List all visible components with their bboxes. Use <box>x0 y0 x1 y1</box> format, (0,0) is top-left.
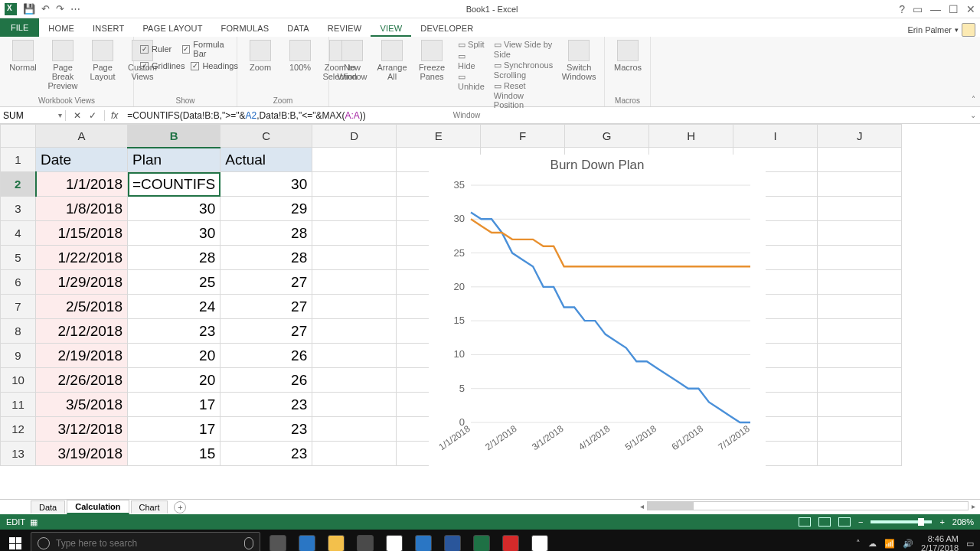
cell[interactable] <box>312 197 397 221</box>
cell[interactable] <box>818 221 902 246</box>
cell[interactable] <box>818 246 902 270</box>
cell[interactable]: 1/29/2018 <box>36 270 128 295</box>
close-icon[interactable]: ✕ <box>966 3 975 15</box>
normal-view-icon[interactable] <box>799 517 811 527</box>
cell[interactable] <box>818 270 902 295</box>
cell[interactable]: =COUNTIFS <box>128 172 220 197</box>
taskbar-app-chrome[interactable] <box>381 532 407 551</box>
redo-icon[interactable]: ↷ <box>56 3 64 15</box>
add-sheet-button[interactable]: + <box>174 501 186 514</box>
cell[interactable] <box>312 148 397 172</box>
cell[interactable]: 3/19/2018 <box>36 442 128 466</box>
tab-view[interactable]: VIEW <box>371 20 411 37</box>
row-header[interactable]: 6 <box>1 270 36 295</box>
fx-icon[interactable]: fx <box>105 110 124 121</box>
tab-home[interactable]: HOME <box>39 20 83 37</box>
zoom-100-button[interactable]: 100% <box>283 40 317 72</box>
sheet-tab-chart[interactable]: Chart <box>131 500 168 514</box>
worksheet-area[interactable]: A B C D E F G H I J 1DatePlanActual21/1/… <box>0 124 980 499</box>
row-header[interactable]: 7 <box>1 295 36 319</box>
col-header-B[interactable]: B <box>128 125 220 148</box>
tab-insert[interactable]: INSERT <box>83 20 133 37</box>
cell[interactable] <box>818 172 902 197</box>
taskbar-search[interactable] <box>31 532 260 551</box>
zoom-slider[interactable] <box>871 520 932 523</box>
view-side-by-side-button[interactable]: ▭ View Side by Side <box>494 40 554 59</box>
select-all-corner[interactable] <box>1 125 36 148</box>
col-header-E[interactable]: E <box>397 125 481 148</box>
cell[interactable]: 15 <box>128 442 220 466</box>
synchronous-scrolling-button[interactable]: ▭ Synchronous Scrolling <box>494 60 554 80</box>
cell[interactable] <box>818 368 902 393</box>
cell[interactable]: 1/15/2018 <box>36 221 128 246</box>
cell[interactable]: 27 <box>220 295 312 319</box>
taskbar-app-edge[interactable] <box>294 532 320 551</box>
wifi-icon[interactable]: 📶 <box>884 539 895 549</box>
header-cell[interactable]: Plan <box>128 148 220 172</box>
col-header-H[interactable]: H <box>649 125 733 148</box>
volume-icon[interactable]: 🔊 <box>903 539 913 549</box>
cell[interactable]: 24 <box>128 295 220 319</box>
row-header[interactable]: 9 <box>1 344 36 368</box>
user-area[interactable]: Erin Palmer ▾ <box>908 23 980 37</box>
taskbar-app-word[interactable] <box>439 532 466 551</box>
formula-bar-checkbox[interactable]: ✓Formula Bar <box>182 40 230 58</box>
chart[interactable]: Burn Down Plan 051015202530351/1/20182/1… <box>429 155 766 484</box>
col-header-I[interactable]: I <box>733 125 818 148</box>
maximize-icon[interactable]: ☐ <box>949 3 959 15</box>
cell[interactable]: 28 <box>220 221 312 246</box>
cell[interactable]: 2/19/2018 <box>36 344 128 368</box>
zoom-in-icon[interactable]: + <box>939 517 944 527</box>
cell[interactable] <box>818 344 902 368</box>
normal-view-button[interactable]: Normal <box>6 40 40 72</box>
name-box[interactable]: SUM▾ <box>0 110 66 121</box>
tab-file[interactable]: FILE <box>0 18 39 37</box>
formula-cancel-icon[interactable]: ✕ <box>74 110 81 121</box>
formula-enter-icon[interactable]: ✓ <box>89 110 96 121</box>
col-header-G[interactable]: G <box>565 125 649 148</box>
taskbar-app-file-explorer[interactable] <box>323 532 349 551</box>
cell[interactable]: 30 <box>128 197 220 221</box>
row-header[interactable]: 8 <box>1 319 36 344</box>
cell[interactable]: 23 <box>220 393 312 417</box>
sheet-tab-calculation[interactable]: Calculation <box>67 500 129 514</box>
taskbar-app-excel[interactable] <box>469 532 495 551</box>
taskbar-app-media[interactable] <box>498 532 524 551</box>
cell[interactable] <box>312 319 397 344</box>
cell[interactable]: 17 <box>128 393 220 417</box>
collapse-ribbon-icon[interactable]: ˄ <box>972 95 975 103</box>
taskbar-app-task-view[interactable] <box>265 532 291 551</box>
freeze-panes-button[interactable]: Freeze Panes <box>415 40 449 81</box>
cell[interactable] <box>312 417 397 442</box>
cell[interactable]: 1/8/2018 <box>36 197 128 221</box>
unhide-button[interactable]: ▭ Unhide <box>458 72 485 91</box>
mic-icon[interactable] <box>244 537 253 549</box>
page-layout-button[interactable]: Page Layout <box>86 40 119 81</box>
help-icon[interactable]: ? <box>899 3 905 15</box>
cell[interactable]: 28 <box>128 246 220 270</box>
arrange-all-button[interactable]: Arrange All <box>375 40 409 81</box>
row-header[interactable]: 3 <box>1 197 36 221</box>
cell[interactable]: 23 <box>220 417 312 442</box>
undo-icon[interactable]: ↶ <box>41 3 50 15</box>
row-header[interactable]: 5 <box>1 246 36 270</box>
tray-chevron-icon[interactable]: ˄ <box>856 539 861 549</box>
zoom-level[interactable]: 208% <box>952 517 974 527</box>
cell[interactable]: 3/12/2018 <box>36 417 128 442</box>
cell[interactable]: 23 <box>128 319 220 344</box>
cell[interactable] <box>818 417 902 442</box>
taskbar-clock[interactable]: 8:46 AM 2/17/2018 <box>921 534 959 551</box>
taskbar-app-recorder[interactable] <box>527 532 553 551</box>
cell[interactable]: 27 <box>220 319 312 344</box>
taskbar-app-store[interactable] <box>352 532 378 551</box>
zoom-out-icon[interactable]: − <box>858 517 863 527</box>
col-header-C[interactable]: C <box>220 125 312 148</box>
zoom-button[interactable]: Zoom <box>243 40 277 72</box>
cell[interactable] <box>312 172 397 197</box>
col-header-A[interactable]: A <box>36 125 128 148</box>
tab-review[interactable]: REVIEW <box>318 20 371 37</box>
system-tray[interactable]: ˄ ☁ 📶 🔊 8:46 AM 2/17/2018 ▭ <box>856 534 980 551</box>
cell[interactable]: 20 <box>128 368 220 393</box>
cell[interactable] <box>312 442 397 466</box>
notifications-icon[interactable]: ▭ <box>966 539 974 549</box>
